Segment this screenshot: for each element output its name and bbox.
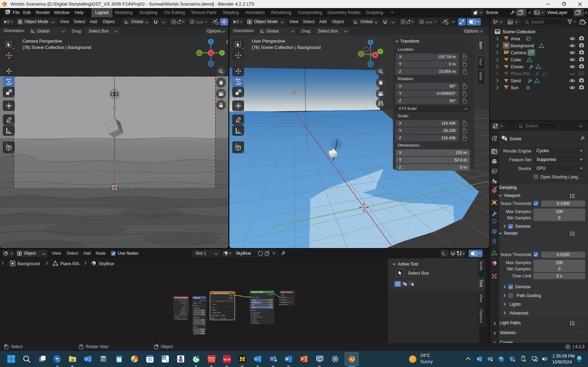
svg-text:All: All (282, 294, 284, 296)
svg-text:Alpha: Alpha (229, 297, 234, 299)
svg-text:T: T (489, 358, 490, 360)
svg-text:Metallic: Metallic (252, 299, 257, 301)
svg-text:T: T (271, 357, 273, 361)
svg-text:W: W (285, 357, 289, 361)
svg-text:Rotation:: Rotation: (194, 317, 200, 318)
svg-text:Sheen: Sheen (253, 320, 257, 322)
svg-text:UV: UV (184, 304, 186, 306)
svg-text:0°: 0° (203, 321, 204, 323)
svg-text:IOR: IOR (252, 304, 254, 306)
svg-text:Sand: Sand (511, 78, 521, 83)
svg-text:Camera: Camera (181, 309, 186, 310)
svg-text:BackGround...: BackGround... (216, 300, 225, 302)
svg-text:Plane.001: Plane.001 (511, 71, 530, 76)
svg-text:0°: 0° (203, 323, 204, 325)
svg-text:Y: Y (221, 51, 223, 55)
svg-text:1.000: 1.000 (269, 306, 273, 308)
svg-text:Coat: Coat (253, 318, 256, 320)
svg-text:Type:: Type: (193, 302, 197, 304)
svg-text:Linear: Linear (212, 303, 216, 305)
svg-text:Subsurface: Subsurface (253, 312, 261, 313)
svg-text:Camera: Camera (511, 50, 526, 55)
svg-text:Thickness: Thickness (281, 304, 289, 305)
svg-text:Sun: Sun (511, 85, 518, 90)
svg-text:X: X (210, 51, 212, 55)
svg-text:Surface: Surface (281, 296, 287, 298)
svg-text:0 m: 0 m (202, 312, 204, 313)
svg-text:Principled BSDF: Principled BSDF (251, 291, 263, 293)
svg-text:Straight: Straight (221, 317, 226, 319)
svg-text:Base Color: Base Color (251, 296, 259, 298)
svg-text:Normal: Normal (251, 309, 256, 311)
svg-text:Object:: Object: (174, 316, 179, 317)
svg-text:Z: Z (369, 40, 372, 44)
svg-text:Alpha: Alpha (252, 306, 256, 308)
svg-text:文: 文 (166, 359, 168, 362)
svg-text:Specular: Specular (253, 314, 259, 316)
svg-text:Color: Color (230, 295, 234, 296)
svg-text:Location:: Location: (194, 307, 200, 309)
svg-text:IELTS: IELTS (223, 358, 231, 361)
svg-text:Displacement: Displacement (281, 301, 291, 303)
svg-text:SkyBlue: SkyBlue (99, 261, 114, 266)
svg-text:Area: Area (511, 36, 520, 41)
svg-text:Z: Z (210, 40, 212, 43)
svg-text:X: X (374, 54, 376, 57)
svg-text:Generated: Generated (179, 299, 186, 301)
svg-text:Roughness: Roughness (252, 302, 259, 303)
svg-text:Flat: Flat (212, 306, 215, 308)
svg-text:-90°: -90° (201, 319, 204, 321)
svg-text:Alpha: Alpha (211, 317, 215, 319)
svg-text:Vector: Vector (201, 299, 205, 301)
svg-text:1.450: 1.450 (269, 304, 273, 306)
svg-text:BackGroundV01.png: BackGroundV01.png (214, 292, 229, 294)
svg-text:5: 5 (197, 355, 199, 359)
svg-text:P: P (301, 357, 304, 361)
svg-text:0 m: 0 m (202, 314, 204, 316)
svg-text:BSDF: BSDF (269, 294, 273, 295)
svg-text:1.000: 1.000 (201, 329, 205, 330)
svg-text:Cube: Cube (511, 57, 521, 62)
svg-text:Scene Collection: Scene Collection (503, 29, 535, 34)
svg-text:Reflection: Reflection (179, 313, 186, 315)
svg-text:Transmission: Transmission (253, 316, 262, 318)
svg-text:Window: Window (181, 311, 186, 313)
svg-text:Repeat: Repeat (212, 309, 217, 311)
svg-text:31: 31 (148, 357, 152, 361)
svg-text:Mapping: Mapping (194, 297, 200, 299)
svg-text:Scale:: Scale: (194, 326, 198, 328)
svg-text:sRGB: sRGB (221, 315, 225, 316)
svg-text:Ocean: Ocean (511, 64, 524, 69)
svg-text:From Instancer: From Instancer (177, 318, 187, 320)
svg-text:Normal: Normal (181, 302, 186, 304)
svg-text:0.500: 0.500 (269, 302, 273, 303)
svg-text:1.000: 1.000 (201, 331, 205, 332)
svg-text:Vector: Vector (194, 305, 198, 306)
svg-text:Color Space: Color Space (211, 315, 220, 316)
svg-text:Object: Object (182, 306, 186, 308)
svg-text:Material Output: Material Output (281, 291, 292, 293)
svg-text:Single Image: Single Image (212, 312, 221, 313)
svg-text:Emission: Emission (253, 322, 259, 324)
svg-text:Plane.004: Plane.004 (60, 261, 79, 266)
svg-text:Background: Background (18, 261, 40, 266)
svg-text:Texture Coordinate: Texture Coordinate (175, 297, 188, 299)
svg-text:Point: Point (198, 302, 202, 304)
svg-text:ORACLE: ORACLE (208, 357, 215, 359)
svg-text:Volume: Volume (281, 299, 286, 301)
svg-text:0 m: 0 m (202, 310, 204, 311)
svg-text:1.000: 1.000 (201, 333, 205, 334)
svg-text:Background: Background (511, 43, 534, 48)
svg-text:Y: Y (379, 50, 381, 53)
svg-text:G: G (163, 357, 165, 360)
svg-text:0.000: 0.000 (269, 299, 273, 301)
